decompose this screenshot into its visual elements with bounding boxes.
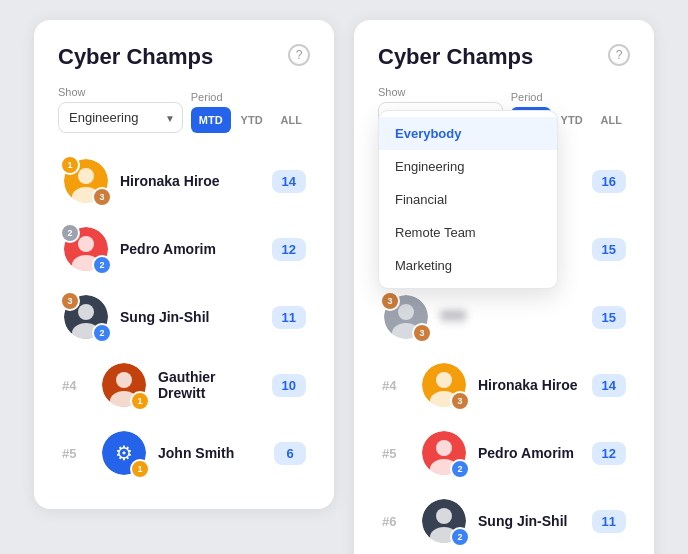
- left-period-mtd[interactable]: MTD: [191, 107, 231, 133]
- left-period-ytd[interactable]: YTD: [233, 107, 271, 133]
- bottom-rank-badge: 2: [92, 255, 112, 275]
- person-name: Pedro Amorim: [478, 445, 582, 461]
- score-badge: 11: [272, 306, 306, 329]
- svg-point-7: [78, 304, 94, 320]
- rank-avatar-wrapper: 33: [382, 293, 430, 341]
- svg-point-30: [436, 508, 452, 524]
- list-item: 32Sung Jin-Shil11: [58, 285, 310, 349]
- top-rank-badge: 3: [380, 291, 400, 311]
- person-name: ???: [440, 309, 582, 325]
- left-card-title: Cyber Champs: [58, 44, 310, 70]
- rank-avatar-wrapper: 22: [62, 225, 110, 273]
- person-name: Sung Jin-Shil: [120, 309, 262, 325]
- bottom-rank-badge: 2: [92, 323, 112, 343]
- rank-text: #4: [382, 378, 410, 393]
- person-name: John Smith: [158, 445, 264, 461]
- score-badge: 10: [272, 374, 306, 397]
- bottom-rank-badge: 2: [450, 527, 470, 547]
- top-rank-badge: 3: [60, 291, 80, 311]
- left-show-group: Show Engineering Everybody Financial Rem…: [58, 86, 183, 133]
- left-show-label: Show: [58, 86, 183, 98]
- rank-avatar-wrapper: 32: [62, 293, 110, 341]
- rank-text: #4: [62, 378, 90, 393]
- person-name: Hironaka Hiroe: [120, 173, 262, 189]
- score-badge: 12: [592, 442, 626, 465]
- list-item: 22Pedro Amorim12: [58, 217, 310, 281]
- left-period-label: Period: [191, 91, 310, 103]
- list-item: #62Sung Jin-Shil11: [378, 489, 630, 553]
- score-badge: 14: [592, 374, 626, 397]
- person-name: Gauthier Drewitt: [158, 369, 262, 401]
- svg-point-10: [116, 372, 132, 388]
- bottom-rank-badge: 3: [450, 391, 470, 411]
- rank-avatar-wrapper: 1⚙: [100, 429, 148, 477]
- svg-text:⚙: ⚙: [115, 442, 133, 464]
- left-show-select-wrapper: Engineering Everybody Financial Remote T…: [58, 102, 183, 133]
- rank-avatar-wrapper: 1: [100, 361, 148, 409]
- dropdown-everybody[interactable]: Everybody: [379, 117, 557, 150]
- right-card: Cyber Champs ? Show Everybody Engineerin…: [354, 20, 654, 554]
- rank-avatar-wrapper: 13: [62, 157, 110, 205]
- top-rank-badge: 2: [60, 223, 80, 243]
- list-item: 33???15: [378, 285, 630, 349]
- top-rank-badge: 1: [60, 155, 80, 175]
- bottom-rank-badge: 1: [130, 391, 150, 411]
- list-item: 13Hironaka Hiroe14: [58, 149, 310, 213]
- svg-point-4: [78, 236, 94, 252]
- left-controls-row: Show Engineering Everybody Financial Rem…: [58, 86, 310, 133]
- left-card: Cyber Champs ? Show Engineering Everybod…: [34, 20, 334, 509]
- right-dropdown-overlay: Everybody Engineering Financial Remote T…: [378, 110, 558, 289]
- rank-avatar-wrapper: 2: [420, 497, 468, 545]
- score-badge: 15: [592, 238, 626, 261]
- rank-text: #6: [382, 514, 410, 529]
- bottom-rank-badge: 1: [130, 459, 150, 479]
- bottom-rank-badge: 3: [412, 323, 432, 343]
- person-name: Sung Jin-Shil: [478, 513, 582, 529]
- right-card-title: Cyber Champs: [378, 44, 630, 70]
- dropdown-remote-team[interactable]: Remote Team: [379, 216, 557, 249]
- rank-avatar-wrapper: 2: [420, 429, 468, 477]
- right-help-icon[interactable]: ?: [608, 44, 630, 66]
- person-name: Pedro Amorim: [120, 241, 262, 257]
- score-badge: 14: [272, 170, 306, 193]
- right-period-ytd[interactable]: YTD: [553, 107, 591, 133]
- left-help-icon[interactable]: ?: [288, 44, 310, 66]
- right-period-label: Period: [511, 91, 630, 103]
- rank-avatar-wrapper: 3: [420, 361, 468, 409]
- right-show-label: Show: [378, 86, 503, 98]
- person-name: Hironaka Hiroe: [478, 377, 582, 393]
- score-badge: 15: [592, 306, 626, 329]
- dropdown-engineering[interactable]: Engineering: [379, 150, 557, 183]
- svg-point-1: [78, 168, 94, 184]
- score-badge: 6: [274, 442, 306, 465]
- score-badge: 16: [592, 170, 626, 193]
- page-container: Cyber Champs ? Show Engineering Everybod…: [34, 20, 654, 554]
- score-badge: 11: [592, 510, 626, 533]
- list-item: #41Gauthier Drewitt10: [58, 353, 310, 417]
- left-period-buttons: MTD YTD ALL: [191, 107, 310, 133]
- list-item: #52Pedro Amorim12: [378, 421, 630, 485]
- bottom-rank-badge: 3: [92, 187, 112, 207]
- svg-point-27: [436, 440, 452, 456]
- svg-point-24: [436, 372, 452, 388]
- left-period-all[interactable]: ALL: [273, 107, 310, 133]
- dropdown-financial[interactable]: Financial: [379, 183, 557, 216]
- score-badge: 12: [272, 238, 306, 261]
- list-item: #43Hironaka Hiroe14: [378, 353, 630, 417]
- left-period-group: Period MTD YTD ALL: [191, 91, 310, 133]
- left-leaderboard-list: 13Hironaka Hiroe1422Pedro Amorim1232Sung…: [58, 149, 310, 485]
- rank-text: #5: [62, 446, 90, 461]
- rank-text: #5: [382, 446, 410, 461]
- list-item: #51⚙John Smith6: [58, 421, 310, 485]
- left-show-select[interactable]: Engineering Everybody Financial Remote T…: [58, 102, 183, 133]
- dropdown-marketing[interactable]: Marketing: [379, 249, 557, 282]
- bottom-rank-badge: 2: [450, 459, 470, 479]
- right-period-all[interactable]: ALL: [593, 107, 630, 133]
- svg-point-21: [398, 304, 414, 320]
